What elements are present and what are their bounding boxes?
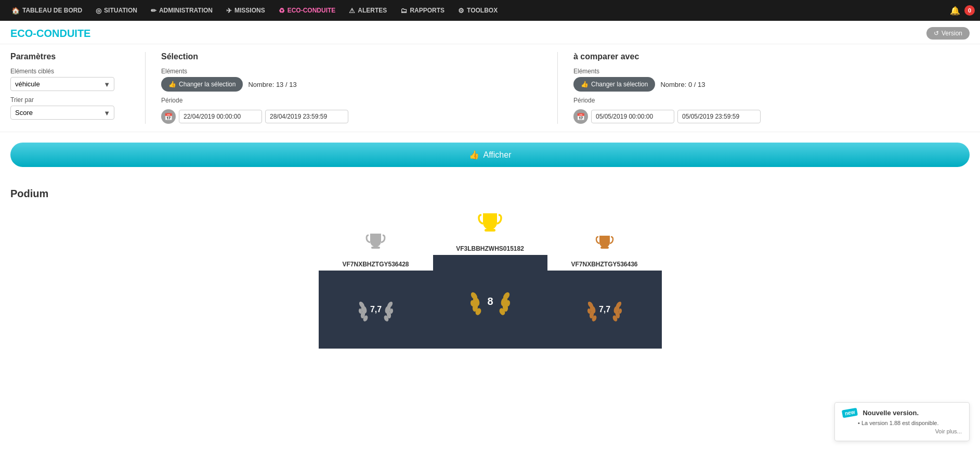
new-version-title: Nouvelle version. <box>863 409 919 417</box>
podium-block-2: 7,7 <box>319 271 433 349</box>
notification-bell-icon: 🔔 <box>950 6 960 16</box>
trier-par-select[interactable]: Score Distance Consommation <box>10 106 114 120</box>
podium-name-1: VF3LBBHZWHS015182 <box>456 245 524 252</box>
version-icon: ↺ <box>934 30 939 37</box>
compare-date-end[interactable] <box>677 110 761 123</box>
page-title: ECO-CONDUITE <box>10 28 90 40</box>
params-section: Paramètres Eléments ciblés véhicule cond… <box>0 44 980 132</box>
new-version-description: • La version 1.88 est disponible. <box>858 420 962 426</box>
compare-column: à comparer avec Eléments 👍 Changer la sé… <box>558 52 970 124</box>
toolbox-icon: ⚙ <box>458 7 464 15</box>
selection-column: Sélection Eléments 👍 Changer la sélectio… <box>146 52 558 124</box>
page-header: ECO-CONDUITE ↺ Version <box>0 21 980 44</box>
elements-cibles-select[interactable]: véhicule conducteur groupe <box>10 77 114 91</box>
podium-place-3: VF7NXBHZTGY536436 <box>547 234 662 349</box>
svg-rect-14 <box>485 229 495 232</box>
svg-rect-27 <box>600 247 609 249</box>
notification-badge: 0 <box>964 5 975 16</box>
home-icon: 🏠 <box>11 7 20 15</box>
selection-date-end[interactable] <box>265 110 348 123</box>
nav-item-rapports[interactable]: 🗂 RAPPORTS <box>394 0 451 21</box>
nav-item-missions[interactable]: ✈ MISSIONS <box>220 0 271 21</box>
eco-icon: ♻ <box>279 7 285 15</box>
elements-cibles-label: Eléments ciblés <box>10 68 135 75</box>
params-column: Paramètres Eléments ciblés véhicule cond… <box>10 52 146 124</box>
selection-periode-label: Période <box>161 97 542 104</box>
compare-calendar-button[interactable]: 📅 <box>573 109 588 124</box>
trophy-gold-icon <box>476 210 504 242</box>
situation-icon: ◎ <box>96 7 101 15</box>
new-badge: new <box>842 408 858 418</box>
new-version-header: new Nouvelle version. <box>842 409 962 417</box>
trier-par-wrapper: Score Distance Consommation ▼ <box>10 106 114 120</box>
alert-icon: ⚠ <box>349 7 355 15</box>
podium-section: Podium VF7NXBHZTGY536428 <box>0 177 980 349</box>
selection-elements-row: 👍 Changer la sélection Nombre: 13 / 13 <box>161 77 542 92</box>
svg-rect-1 <box>371 247 380 249</box>
podium-name-2: VF7NXBHZTGY536428 <box>342 261 409 268</box>
svg-rect-26 <box>603 242 606 247</box>
podium-name-3: VF7NXBHZTGY536436 <box>571 261 637 268</box>
podium-container: VF7NXBHZTGY536428 <box>10 210 970 349</box>
compare-section-label: à comparer avec <box>573 52 954 61</box>
version-button[interactable]: ↺ Version <box>926 27 970 40</box>
selection-calendar-button[interactable]: 📅 <box>161 109 176 124</box>
compare-change-icon: 👍 <box>581 81 589 88</box>
trophy-bronze-icon <box>594 234 615 258</box>
compare-calendar-icon: 📅 <box>577 113 585 121</box>
compare-date-start[interactable] <box>591 110 674 123</box>
compare-elements-label: Eléments <box>573 68 954 75</box>
svg-rect-0 <box>374 241 377 247</box>
selection-date-start[interactable] <box>179 110 262 123</box>
nav-item-eco-conduite[interactable]: ♻ ECO-CONDUITE <box>272 0 342 21</box>
podium-block-3: 7,7 <box>547 271 662 349</box>
admin-icon: ✏ <box>151 7 156 15</box>
rapports-icon: 🗂 <box>400 7 407 15</box>
compare-elements-row: 👍 Changer la sélection Nombre: 0 / 13 <box>573 77 954 92</box>
navbar-right: 🔔 0 <box>950 5 975 16</box>
compare-periode-row: 📅 <box>573 109 954 124</box>
nav-item-administration[interactable]: ✏ ADMINISTRATION <box>145 0 219 21</box>
nav-item-tableau-de-bord[interactable]: 🏠 TABLEAU DE BORD <box>5 0 88 21</box>
selection-change-button[interactable]: 👍 Changer la sélection <box>161 77 243 92</box>
compare-nombre: Nombre: 0 / 13 <box>660 81 705 88</box>
podium-place-2: VF7NXBHZTGY536428 <box>319 231 433 349</box>
afficher-button[interactable]: 👍 Afficher <box>10 143 970 167</box>
params-section-label: Paramètres <box>10 52 135 61</box>
change-icon: 👍 <box>168 81 176 88</box>
svg-rect-13 <box>488 223 492 229</box>
trier-par-label: Trier par <box>10 96 135 104</box>
score-badge-2: 7,7 <box>358 291 394 328</box>
navbar: 🏠 TABLEAU DE BORD ◎ SITUATION ✏ ADMINIST… <box>0 0 980 21</box>
compare-periode-label: Période <box>573 97 954 104</box>
nav-item-alertes[interactable]: ⚠ ALERTES <box>343 0 393 21</box>
calendar-icon: 📅 <box>164 113 173 121</box>
compare-change-button[interactable]: 👍 Changer la sélection <box>573 77 655 92</box>
afficher-icon: 👍 <box>469 150 479 160</box>
page: ECO-CONDUITE ↺ Version Paramètres Elémen… <box>0 21 980 462</box>
trophy-silver-icon <box>364 231 387 258</box>
nav-item-toolbox[interactable]: ⚙ TOOLBOX <box>452 0 504 21</box>
svg-text:7,7: 7,7 <box>370 305 381 314</box>
new-version-notification: new Nouvelle version. • La version 1.88 … <box>834 402 970 441</box>
svg-text:7,7: 7,7 <box>598 305 610 314</box>
podium-block-1: 8 <box>433 255 547 349</box>
nav-item-situation[interactable]: ◎ SITUATION <box>89 0 143 21</box>
podium-title: Podium <box>10 188 970 200</box>
selection-elements-label: Eléments <box>161 68 542 75</box>
voir-plus-link[interactable]: Voir plus... <box>842 428 962 434</box>
selection-section-label: Sélection <box>161 52 542 61</box>
svg-text:8: 8 <box>487 296 493 307</box>
elements-cibles-wrapper: véhicule conducteur groupe ▼ <box>10 77 114 91</box>
selection-nombre: Nombre: 13 / 13 <box>248 81 296 88</box>
podium-place-1: VF3LBBHZWHS015182 <box>433 210 547 349</box>
score-badge-1: 8 <box>469 281 511 323</box>
selection-periode-row: 📅 <box>161 109 542 124</box>
afficher-section: 👍 Afficher <box>0 132 980 177</box>
missions-icon: ✈ <box>226 7 232 15</box>
score-badge-3: 7,7 <box>586 291 623 328</box>
